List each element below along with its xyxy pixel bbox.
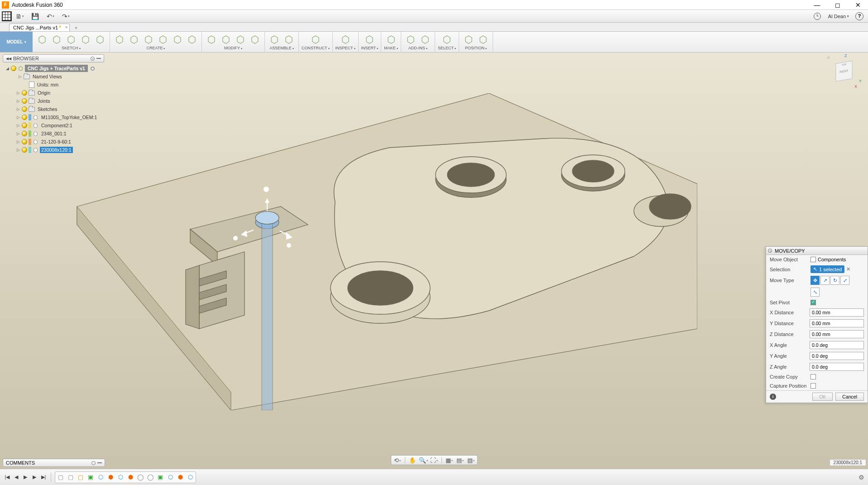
field-input-z angle[interactable] <box>810 363 864 371</box>
timeline-settings-icon[interactable]: ⚙ <box>858 474 864 481</box>
display-settings-icon[interactable]: ▦ <box>446 456 453 464</box>
tree-item[interactable]: ▷Component2:1 <box>4 121 104 130</box>
twist-icon[interactable]: ▷ <box>16 115 20 120</box>
visibility-bulb-icon[interactable] <box>22 115 27 120</box>
data-panel-icon[interactable] <box>2 11 12 21</box>
ribbon-tool-icon[interactable] <box>384 33 398 46</box>
twist-icon[interactable]: ◢ <box>5 66 10 71</box>
job-status-icon[interactable] <box>814 13 821 20</box>
feature-icon[interactable]: ⬡ <box>166 473 175 482</box>
ribbon-group-label[interactable]: INSERT <box>361 46 379 50</box>
ribbon-tool-icon[interactable] <box>156 33 170 46</box>
file-menu-icon[interactable]: 🗎 <box>14 11 24 21</box>
ribbon-group-label[interactable]: MODIFY <box>224 46 242 50</box>
viewport-layout-icon[interactable]: ▧ <box>467 456 475 464</box>
feature-icon[interactable]: ⬢ <box>176 473 185 482</box>
feature-icon[interactable]: ▢ <box>66 473 75 482</box>
feature-icon[interactable]: ◯ <box>146 473 155 482</box>
ribbon-group-label[interactable]: CREATE <box>147 46 165 50</box>
tree-item[interactable]: ▷230008x120:1 <box>4 146 104 154</box>
move-type-translate-icon[interactable]: ↗ <box>820 276 830 285</box>
feature-icon[interactable]: ▢ <box>56 473 65 482</box>
info-icon[interactable]: i <box>770 394 776 400</box>
tree-root[interactable]: ◢ CNC Jigs + TraceParts v1 <box>4 64 104 72</box>
comments-bar[interactable]: COMMENTS <box>3 459 105 467</box>
ribbon-tool-icon[interactable] <box>219 33 233 46</box>
ok-button[interactable]: OK <box>812 393 833 401</box>
zoom-icon[interactable]: 🔍 <box>420 456 427 464</box>
browser-minimize-icon[interactable] <box>96 58 101 59</box>
ribbon-group-label[interactable]: POSITION <box>465 46 487 50</box>
feature-icon[interactable]: ⬡ <box>116 473 125 482</box>
twist-icon[interactable]: ▷ <box>18 74 22 79</box>
tree-item[interactable]: ▷Joints <box>4 97 104 105</box>
ribbon-tool-icon[interactable] <box>113 33 126 46</box>
visibility-bulb-icon[interactable] <box>22 90 27 96</box>
window-maximize-button[interactable]: ◻ <box>827 0 848 10</box>
timeline-first-icon[interactable]: |◀ <box>4 474 11 481</box>
orbit-icon[interactable]: ⟲ <box>394 456 401 464</box>
selection-pill[interactable]: ↖1 selected <box>810 265 844 273</box>
workspace-switcher[interactable]: MODEL <box>0 32 33 52</box>
twist-icon[interactable]: ▷ <box>16 148 20 152</box>
comments-minimize-icon[interactable] <box>97 462 102 463</box>
twist-icon[interactable]: ▷ <box>16 139 20 144</box>
timeline-play-icon[interactable]: ▶ <box>22 474 29 481</box>
timeline-next-icon[interactable]: ▶ <box>31 474 38 481</box>
ribbon-tool-icon[interactable] <box>50 33 63 46</box>
ribbon-tool-icon[interactable] <box>127 33 141 46</box>
tree-item[interactable]: ▷Named Views <box>4 72 104 81</box>
window-close-button[interactable]: ✕ <box>848 0 868 10</box>
feature-icon[interactable]: ◯ <box>136 473 145 482</box>
document-tab[interactable]: CNC Jigs ...Parts v1 * × <box>9 24 70 31</box>
create-copy-checkbox[interactable] <box>810 374 816 379</box>
twist-icon[interactable]: ▷ <box>16 99 20 103</box>
ribbon-tool-icon[interactable] <box>185 33 199 46</box>
panel-pin-icon[interactable] <box>768 249 772 253</box>
visibility-bulb-icon[interactable] <box>22 106 27 112</box>
ribbon-tool-icon[interactable] <box>462 33 475 46</box>
ribbon-tool-icon[interactable] <box>248 33 262 46</box>
visibility-bulb-icon[interactable] <box>22 98 27 104</box>
ribbon-tool-icon[interactable] <box>404 33 417 46</box>
window-minimize-button[interactable]: — <box>807 0 827 10</box>
visibility-bulb-icon[interactable] <box>22 131 27 136</box>
ribbon-tool-icon[interactable] <box>418 33 432 46</box>
field-input-z distance[interactable] <box>810 330 864 338</box>
ribbon-tool-icon[interactable] <box>205 33 218 46</box>
field-input-y angle[interactable] <box>810 352 864 360</box>
move-type-point2-icon[interactable]: ⤡ <box>810 288 820 297</box>
timeline-prev-icon[interactable]: ◀ <box>13 474 20 481</box>
ribbon-group-label[interactable]: INSPECT <box>336 46 355 50</box>
move-type-rotate-icon[interactable]: ↻ <box>830 276 839 285</box>
help-icon[interactable]: ? <box>855 12 863 20</box>
field-input-x distance[interactable] <box>810 308 864 317</box>
feature-icon[interactable]: ⬡ <box>186 473 195 482</box>
activate-component-icon[interactable] <box>90 66 95 71</box>
feature-icon[interactable]: ▣ <box>86 473 95 482</box>
home-view-icon[interactable]: ⌂ <box>827 54 830 59</box>
panel-header[interactable]: MOVE/COPY <box>766 247 868 255</box>
field-input-x angle[interactable] <box>810 341 864 349</box>
tree-item[interactable]: ▷2348_001:1 <box>4 130 104 138</box>
ribbon-tool-icon[interactable] <box>282 33 296 46</box>
feature-icon[interactable]: ⬢ <box>106 473 115 482</box>
twist-icon[interactable]: ▷ <box>16 107 20 111</box>
ribbon-tool-icon[interactable] <box>339 33 352 46</box>
ribbon-tool-icon[interactable] <box>268 33 281 46</box>
ribbon-tool-icon[interactable] <box>440 33 454 46</box>
ribbon-tool-icon[interactable] <box>64 33 78 46</box>
ribbon-group-label[interactable]: ADD-INS <box>408 46 427 50</box>
ribbon-tool-icon[interactable] <box>35 33 49 46</box>
move-type-point-icon[interactable]: ⤢ <box>840 276 849 285</box>
ribbon-tool-icon[interactable] <box>171 33 184 46</box>
twist-icon[interactable]: ▷ <box>16 131 20 136</box>
twist-icon[interactable]: ▷ <box>16 123 20 128</box>
ribbon-group-label[interactable]: SELECT <box>438 46 456 50</box>
collapse-arrows-icon[interactable]: ◀◀ <box>6 57 11 61</box>
ribbon-tool-icon[interactable] <box>142 33 155 46</box>
ribbon-tool-icon[interactable] <box>93 33 107 46</box>
ribbon-group-label[interactable]: MAKE <box>384 46 398 50</box>
cancel-button[interactable]: Cancel <box>835 393 864 401</box>
move-type-free-icon[interactable]: ✥ <box>810 276 820 285</box>
